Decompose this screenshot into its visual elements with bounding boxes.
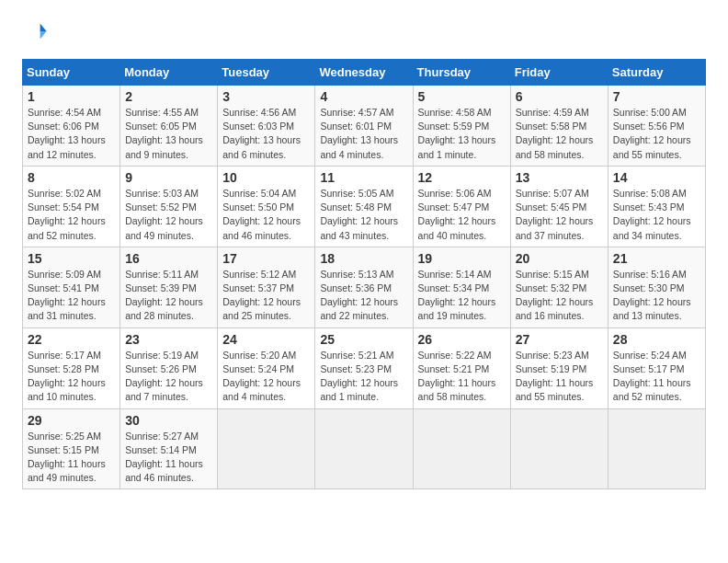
calendar-cell: 26Sunrise: 5:22 AMSunset: 5:21 PMDayligh… xyxy=(413,327,510,408)
calendar-cell: 16Sunrise: 5:11 AMSunset: 5:39 PMDayligh… xyxy=(120,247,218,327)
day-number: 29 xyxy=(28,413,115,428)
day-number: 1 xyxy=(28,89,115,104)
day-number: 25 xyxy=(320,332,407,347)
calendar-cell: 5Sunrise: 4:58 AMSunset: 5:59 PMDaylight… xyxy=(413,86,510,167)
day-info: Sunrise: 4:54 AMSunset: 6:06 PMDaylight:… xyxy=(28,106,115,162)
day-info: Sunrise: 5:12 AMSunset: 5:37 PMDaylight:… xyxy=(222,268,310,324)
day-info: Sunrise: 5:20 AMSunset: 5:24 PMDaylight:… xyxy=(222,349,310,405)
calendar-cell: 24Sunrise: 5:20 AMSunset: 5:24 PMDayligh… xyxy=(218,327,315,408)
day-info: Sunrise: 4:58 AMSunset: 5:59 PMDaylight:… xyxy=(418,106,506,162)
calendar-cell xyxy=(510,408,608,489)
calendar-cell: 30Sunrise: 5:27 AMSunset: 5:14 PMDayligh… xyxy=(120,408,218,489)
calendar-cell xyxy=(315,408,413,489)
logo-icon xyxy=(22,18,48,44)
calendar-cell: 14Sunrise: 5:08 AMSunset: 5:43 PMDayligh… xyxy=(608,166,705,247)
calendar-week-row: 1Sunrise: 4:54 AMSunset: 6:06 PMDaylight… xyxy=(23,86,706,167)
day-number: 26 xyxy=(418,332,506,347)
calendar-cell xyxy=(218,408,315,489)
page-header xyxy=(22,18,706,44)
calendar-cell: 15Sunrise: 5:09 AMSunset: 5:41 PMDayligh… xyxy=(23,247,120,327)
day-number: 28 xyxy=(613,332,700,347)
day-info: Sunrise: 4:59 AMSunset: 5:58 PMDaylight:… xyxy=(516,106,603,162)
day-info: Sunrise: 5:00 AMSunset: 5:56 PMDaylight:… xyxy=(613,106,700,162)
day-number: 12 xyxy=(418,170,506,185)
calendar-cell: 29Sunrise: 5:25 AMSunset: 5:15 PMDayligh… xyxy=(23,408,120,489)
day-info: Sunrise: 5:25 AMSunset: 5:15 PMDaylight:… xyxy=(28,430,115,486)
day-number: 9 xyxy=(125,170,212,185)
day-info: Sunrise: 5:17 AMSunset: 5:28 PMDaylight:… xyxy=(28,349,115,405)
day-info: Sunrise: 5:24 AMSunset: 5:17 PMDaylight:… xyxy=(613,349,700,405)
calendar-cell: 4Sunrise: 4:57 AMSunset: 6:01 PMDaylight… xyxy=(315,86,413,167)
logo xyxy=(22,18,51,44)
day-info: Sunrise: 5:02 AMSunset: 5:54 PMDaylight:… xyxy=(28,187,115,243)
day-number: 10 xyxy=(222,170,310,185)
calendar-cell: 3Sunrise: 4:56 AMSunset: 6:03 PMDaylight… xyxy=(218,86,315,167)
calendar-cell: 6Sunrise: 4:59 AMSunset: 5:58 PMDaylight… xyxy=(510,86,608,167)
day-info: Sunrise: 5:16 AMSunset: 5:30 PMDaylight:… xyxy=(613,268,700,324)
day-info: Sunrise: 4:55 AMSunset: 6:05 PMDaylight:… xyxy=(125,106,212,162)
calendar-week-row: 8Sunrise: 5:02 AMSunset: 5:54 PMDaylight… xyxy=(23,166,706,247)
calendar-cell: 22Sunrise: 5:17 AMSunset: 5:28 PMDayligh… xyxy=(23,327,120,408)
day-number: 15 xyxy=(28,251,115,266)
col-monday: Monday xyxy=(120,60,218,86)
calendar-cell: 19Sunrise: 5:14 AMSunset: 5:34 PMDayligh… xyxy=(413,247,510,327)
day-info: Sunrise: 5:08 AMSunset: 5:43 PMDaylight:… xyxy=(613,187,700,243)
col-sunday: Sunday xyxy=(23,60,120,86)
calendar-cell: 2Sunrise: 4:55 AMSunset: 6:05 PMDaylight… xyxy=(120,86,218,167)
calendar-header-row: Sunday Monday Tuesday Wednesday Thursday… xyxy=(23,60,706,86)
day-number: 23 xyxy=(125,332,212,347)
day-info: Sunrise: 5:09 AMSunset: 5:41 PMDaylight:… xyxy=(28,268,115,324)
col-friday: Friday xyxy=(510,60,608,86)
day-number: 19 xyxy=(418,251,506,266)
svg-marker-0 xyxy=(40,24,47,31)
calendar-cell xyxy=(608,408,705,489)
calendar-cell: 27Sunrise: 5:23 AMSunset: 5:19 PMDayligh… xyxy=(510,327,608,408)
calendar-cell: 12Sunrise: 5:06 AMSunset: 5:47 PMDayligh… xyxy=(413,166,510,247)
day-info: Sunrise: 5:11 AMSunset: 5:39 PMDaylight:… xyxy=(125,268,212,324)
col-tuesday: Tuesday xyxy=(218,60,315,86)
col-saturday: Saturday xyxy=(608,60,705,86)
day-number: 14 xyxy=(613,170,700,185)
day-info: Sunrise: 5:14 AMSunset: 5:34 PMDaylight:… xyxy=(418,268,506,324)
day-number: 30 xyxy=(125,413,212,428)
calendar-cell: 7Sunrise: 5:00 AMSunset: 5:56 PMDaylight… xyxy=(608,86,705,167)
day-number: 2 xyxy=(125,89,212,104)
day-info: Sunrise: 5:19 AMSunset: 5:26 PMDaylight:… xyxy=(125,349,212,405)
day-number: 22 xyxy=(28,332,115,347)
calendar-cell: 9Sunrise: 5:03 AMSunset: 5:52 PMDaylight… xyxy=(120,166,218,247)
calendar-cell xyxy=(413,408,510,489)
page-container: Sunday Monday Tuesday Wednesday Thursday… xyxy=(0,0,728,508)
day-info: Sunrise: 5:23 AMSunset: 5:19 PMDaylight:… xyxy=(516,349,603,405)
day-number: 11 xyxy=(320,170,407,185)
calendar-week-row: 15Sunrise: 5:09 AMSunset: 5:41 PMDayligh… xyxy=(23,247,706,327)
calendar-cell: 25Sunrise: 5:21 AMSunset: 5:23 PMDayligh… xyxy=(315,327,413,408)
day-info: Sunrise: 5:21 AMSunset: 5:23 PMDaylight:… xyxy=(320,349,407,405)
calendar-cell: 17Sunrise: 5:12 AMSunset: 5:37 PMDayligh… xyxy=(218,247,315,327)
day-number: 17 xyxy=(222,251,310,266)
day-info: Sunrise: 5:27 AMSunset: 5:14 PMDaylight:… xyxy=(125,430,212,486)
day-number: 20 xyxy=(516,251,603,266)
calendar-cell: 8Sunrise: 5:02 AMSunset: 5:54 PMDaylight… xyxy=(23,166,120,247)
col-thursday: Thursday xyxy=(413,60,510,86)
calendar-week-row: 22Sunrise: 5:17 AMSunset: 5:28 PMDayligh… xyxy=(23,327,706,408)
calendar-table: Sunday Monday Tuesday Wednesday Thursday… xyxy=(22,59,706,489)
day-info: Sunrise: 5:13 AMSunset: 5:36 PMDaylight:… xyxy=(320,268,407,324)
day-number: 16 xyxy=(125,251,212,266)
calendar-cell: 23Sunrise: 5:19 AMSunset: 5:26 PMDayligh… xyxy=(120,327,218,408)
day-info: Sunrise: 5:07 AMSunset: 5:45 PMDaylight:… xyxy=(516,187,603,243)
day-number: 27 xyxy=(516,332,603,347)
calendar-cell: 10Sunrise: 5:04 AMSunset: 5:50 PMDayligh… xyxy=(218,166,315,247)
day-number: 3 xyxy=(222,89,310,104)
day-info: Sunrise: 5:06 AMSunset: 5:47 PMDaylight:… xyxy=(418,187,506,243)
calendar-cell: 11Sunrise: 5:05 AMSunset: 5:48 PMDayligh… xyxy=(315,166,413,247)
day-number: 21 xyxy=(613,251,700,266)
day-number: 24 xyxy=(222,332,310,347)
calendar-cell: 13Sunrise: 5:07 AMSunset: 5:45 PMDayligh… xyxy=(510,166,608,247)
calendar-week-row: 29Sunrise: 5:25 AMSunset: 5:15 PMDayligh… xyxy=(23,408,706,489)
col-wednesday: Wednesday xyxy=(315,60,413,86)
day-info: Sunrise: 5:04 AMSunset: 5:50 PMDaylight:… xyxy=(222,187,310,243)
day-info: Sunrise: 5:22 AMSunset: 5:21 PMDaylight:… xyxy=(418,349,506,405)
day-number: 6 xyxy=(516,89,603,104)
calendar-cell: 1Sunrise: 4:54 AMSunset: 6:06 PMDaylight… xyxy=(23,86,120,167)
calendar-cell: 21Sunrise: 5:16 AMSunset: 5:30 PMDayligh… xyxy=(608,247,705,327)
